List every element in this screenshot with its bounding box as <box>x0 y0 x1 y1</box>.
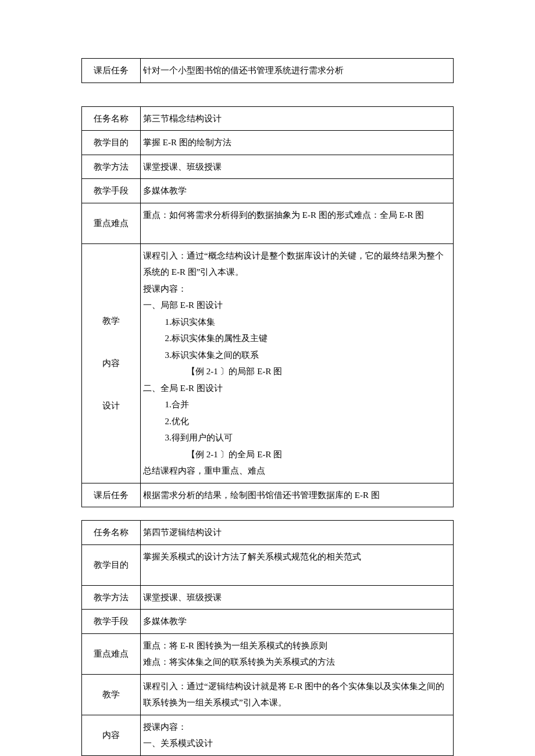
cell-value: 课堂授课、班级授课 <box>141 585 454 610</box>
text-line: 【例 2-1 〕的全局 E-R 图 <box>143 446 451 463</box>
text-line: 2.优化 <box>143 413 451 430</box>
table-row: 教学目的 掌握 E-R 图的绘制方法 <box>82 131 454 155</box>
text-line: 3.标识实体集之间的联系 <box>143 347 451 364</box>
cell-value: 重点：将 E-R 图转换为一组关系模式的转换原则 难点：将实体集之间的联系转换为… <box>141 633 454 674</box>
text-line: 课程引入：通过“概念结构设计是整个数据库设计的关键，它的最终结果为整个系统的 E… <box>143 248 451 281</box>
cell-content: 课程引入：通过“逻辑结构设计就是将 E-R 图中的各个实体集以及实体集之间的联系… <box>141 674 454 715</box>
text-line: 一、局部 E-R 图设计 <box>143 297 451 314</box>
text-line: 2.标识实体集的属性及主键 <box>143 330 451 347</box>
table-row: 教学目的 掌握关系模式的设计方法了解关系模式规范化的相关范式 <box>82 544 454 585</box>
text-line: 1.合并 <box>143 396 451 413</box>
cell-label: 重点难点 <box>82 203 141 243</box>
table-section-3: 任务名称 第三节榻念结构设计 教学目的 掌握 E-R 图的绘制方法 教学方法 课… <box>81 106 454 508</box>
table-row: 教学手段 多媒体教学 <box>82 610 454 634</box>
table-row: 教学方法 课堂授课、班级授课 <box>82 155 454 179</box>
table-row: 课后任务 针对一个小型图书馆的借还书管理系统进行需求分析 <box>82 59 454 83</box>
cell-label-part: 教学 <box>82 674 141 715</box>
text-line: 授课内容： <box>143 719 451 736</box>
cell-value: 重点：如何将需求分析得到的数据抽象为 E-R 图的形式难点：全局 E-R 图 <box>141 203 454 243</box>
text-line: 一、关系模式设计 <box>143 735 451 752</box>
cell-value: 掌握 E-R 图的绘制方法 <box>141 131 454 155</box>
label-part: 设计 <box>84 397 138 414</box>
cell-label: 教学目的 <box>82 131 141 155</box>
cell-content: 课程引入：通过“概念结构设计是整个数据库设计的关键，它的最终结果为整个系统的 E… <box>141 243 454 483</box>
table-row: 教学 课程引入：通过“逻辑结构设计就是将 E-R 图中的各个实体集以及实体集之间… <box>82 674 454 715</box>
table-row: 任务名称 第三节榻念结构设计 <box>82 106 454 131</box>
cell-value: 多媒体教学 <box>141 179 454 203</box>
cell-label: 课后任务 <box>82 483 141 507</box>
cell-label: 教学手段 <box>82 610 141 634</box>
cell-value: 针对一个小型图书馆的借还书管理系统进行需求分析 <box>141 59 454 83</box>
table-row: 内容 授课内容： 一、关系模式设计 <box>82 715 454 755</box>
table-row: 重点难点 重点：将 E-R 图转换为一组关系模式的转换原则 难点：将实体集之间的… <box>82 633 454 674</box>
cell-value: 掌握关系模式的设计方法了解关系模式规范化的相关范式 <box>141 544 454 585</box>
cell-value: 课堂授课、班级授课 <box>141 155 454 179</box>
cell-label: 重点难点 <box>82 633 141 674</box>
text-line: 重点：如何将需求分析得到的数据抽象为 E-R 图的形式难点：全局 E-R 图 <box>143 207 451 224</box>
cell-label: 教学方法 <box>82 585 141 610</box>
table-row: 教学 内容 设计 课程引入：通过“概念结构设计是整个数据库设计的关键，它的最终结… <box>82 243 454 483</box>
table-section-4: 任务名称 第四节逻辑结构设计 教学目的 掌握关系模式的设计方法了解关系模式规范化… <box>81 520 454 756</box>
text-line: 掌握关系模式的设计方法了解关系模式规范化的相关范式 <box>143 549 451 565</box>
text-line: 二、全局 E-R 图设计 <box>143 380 451 397</box>
text-line: 课程引入：通过“逻辑结构设计就是将 E-R 图中的各个实体集以及实体集之间的联系… <box>143 678 451 711</box>
cell-label: 课后任务 <box>82 59 141 83</box>
text-line: 重点：将 E-R 图转换为一组关系模式的转换原则 <box>143 637 451 654</box>
cell-value: 多媒体教学 <box>141 610 454 634</box>
text-line: 【例 2-1 〕的局部 E-R 图 <box>143 363 451 380</box>
text-line: 总结课程内容，重申重点、难点 <box>143 463 451 479</box>
text-line: 授课内容： <box>143 281 451 298</box>
label-part: 内容 <box>84 355 138 372</box>
cell-value: 第四节逻辑结构设计 <box>141 521 454 545</box>
cell-label: 任务名称 <box>82 106 141 131</box>
cell-content: 授课内容： 一、关系模式设计 <box>141 715 454 755</box>
text-line: 1.标识实体集 <box>143 314 451 331</box>
text-line: 3.得到用户的认可 <box>143 429 451 446</box>
table-row: 重点难点 重点：如何将需求分析得到的数据抽象为 E-R 图的形式难点：全局 E-… <box>82 203 454 243</box>
cell-label: 教学方法 <box>82 155 141 179</box>
label-part: 教学 <box>84 313 138 329</box>
text-line: 难点：将实体集之间的联系转换为关系模式的方法 <box>143 654 451 671</box>
table-row: 教学手段 多媒体教学 <box>82 179 454 203</box>
table-row: 教学方法 课堂授课、班级授课 <box>82 585 454 610</box>
cell-label: 任务名称 <box>82 521 141 545</box>
cell-label-part: 内容 <box>82 715 141 755</box>
cell-value: 第三节榻念结构设计 <box>141 106 454 131</box>
cell-label: 教学目的 <box>82 544 141 585</box>
cell-label-stack: 教学 内容 设计 <box>82 243 141 483</box>
table-homework-1: 课后任务 针对一个小型图书馆的借还书管理系统进行需求分析 <box>81 58 454 83</box>
cell-label: 教学手段 <box>82 179 141 203</box>
table-row: 课后任务 根据需求分析的结果，绘制图书馆借还书管理数据库的 E-R 图 <box>82 483 454 507</box>
cell-value: 根据需求分析的结果，绘制图书馆借还书管理数据库的 E-R 图 <box>141 483 454 507</box>
table-row: 任务名称 第四节逻辑结构设计 <box>82 521 454 545</box>
